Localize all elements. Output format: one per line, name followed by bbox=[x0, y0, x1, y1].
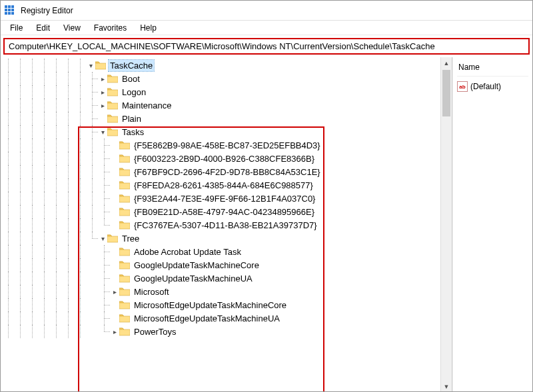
menubar: File Edit View Favorites Help bbox=[1, 21, 532, 35]
tree-node-label[interactable]: {F67BF9CD-2696-4F2D-9D78-BB8C84A53C1E} bbox=[133, 166, 322, 178]
values-pane[interactable]: Name ab (Default) bbox=[452, 57, 532, 392]
tree-node-label[interactable]: Tasks bbox=[121, 126, 145, 138]
tree-node-label[interactable]: PowerToys bbox=[133, 326, 178, 337]
tree-node-label[interactable]: GoogleUpdateTaskMachineCore bbox=[133, 260, 261, 271]
tree-node[interactable]: GoogleUpdateTaskMachineUA bbox=[2, 272, 452, 285]
tree-node[interactable]: Adobe Acrobat Update Task bbox=[2, 245, 452, 258]
menu-edit[interactable]: Edit bbox=[29, 22, 57, 34]
tree-node-label[interactable]: Microsoft bbox=[133, 286, 171, 297]
svg-rect-0 bbox=[5, 5, 7, 8]
tree-node-label[interactable]: Boot bbox=[121, 73, 141, 85]
svg-rect-8 bbox=[11, 12, 14, 15]
tree-node[interactable]: ▸Microsoft bbox=[2, 285, 452, 298]
tree-node[interactable]: {F5E862B9-98AE-458E-BC87-3ED25EFBB4D3} bbox=[2, 138, 452, 152]
tree-node[interactable]: {F6003223-2B9D-4000-B926-C388CFE8366B} bbox=[2, 152, 452, 165]
tree-node-label[interactable]: {FC3767EA-5307-4D11-BA38-EB21A39737D7} bbox=[133, 220, 318, 231]
value-row-default[interactable]: ab (Default) bbox=[457, 81, 528, 93]
svg-rect-6 bbox=[5, 12, 7, 15]
tree-node[interactable]: GoogleUpdateTaskMachineCore bbox=[2, 258, 452, 272]
scroll-down-icon[interactable]: ▼ bbox=[441, 381, 452, 392]
expander-none bbox=[110, 298, 119, 311]
tree-node[interactable]: {F93E2A44-7E3E-49FE-9F66-12B1F4A037C0} bbox=[2, 192, 452, 205]
expander-open-icon[interactable]: ▾ bbox=[98, 232, 107, 245]
tree-node-label[interactable]: {F93E2A44-7E3E-49FE-9F66-12B1F4A037C0} bbox=[133, 193, 316, 204]
app-icon bbox=[5, 5, 15, 16]
tree-node[interactable]: MicrosoftEdgeUpdateTaskMachineUA bbox=[2, 311, 452, 325]
tree-node-label[interactable]: {F5E862B9-98AE-458E-BC87-3ED25EFBB4D3} bbox=[133, 140, 322, 151]
svg-rect-2 bbox=[11, 5, 14, 8]
expander-none bbox=[110, 165, 119, 178]
expander-closed-icon[interactable]: ▸ bbox=[110, 285, 119, 298]
addressbar-container: Computer\HKEY_LOCAL_MACHINE\SOFTWARE\Mic… bbox=[1, 35, 532, 57]
svg-rect-4 bbox=[8, 9, 11, 11]
expander-none bbox=[110, 272, 119, 285]
expander-none bbox=[98, 112, 107, 125]
tree-node-label[interactable]: {F8FEDA28-6261-4385-844A-684E6C988577} bbox=[133, 180, 314, 191]
svg-rect-3 bbox=[5, 9, 7, 11]
tree-node[interactable]: ▸PowerToys bbox=[2, 325, 452, 338]
tree-node-label[interactable]: MicrosoftEdgeUpdateTaskMachineCore bbox=[133, 299, 288, 311]
expander-none bbox=[110, 311, 119, 325]
tree-pane[interactable]: ▾TaskCache▸Boot▸Logon▸MaintenancePlain▾T… bbox=[1, 57, 452, 392]
tree-node[interactable]: {FC3767EA-5307-4D11-BA38-EB21A39737D7} bbox=[2, 218, 452, 232]
tree-node-label[interactable]: Plain bbox=[121, 113, 143, 124]
expander-closed-icon[interactable]: ▸ bbox=[110, 325, 119, 338]
tree-node-label[interactable]: GoogleUpdateTaskMachineUA bbox=[133, 273, 254, 284]
expander-none bbox=[110, 245, 119, 258]
expander-closed-icon[interactable]: ▸ bbox=[98, 98, 107, 112]
tree-node-label[interactable]: Maintenance bbox=[121, 100, 173, 111]
svg-rect-7 bbox=[8, 12, 11, 15]
tree-node[interactable]: {FB09E21D-A58E-4797-94AC-04234895966E} bbox=[2, 205, 452, 218]
expander-closed-icon[interactable]: ▸ bbox=[98, 72, 107, 85]
menu-file[interactable]: File bbox=[3, 22, 29, 34]
menu-favorites[interactable]: Favorites bbox=[87, 22, 133, 34]
expander-closed-icon[interactable]: ▸ bbox=[98, 85, 107, 98]
titlebar: Registry Editor bbox=[1, 1, 532, 21]
address-input[interactable]: Computer\HKEY_LOCAL_MACHINE\SOFTWARE\Mic… bbox=[3, 38, 530, 55]
expander-none bbox=[110, 138, 119, 152]
tree-node[interactable]: ▾Tree bbox=[2, 232, 452, 245]
tree-node[interactable]: {F67BF9CD-2696-4F2D-9D78-BB8C84A53C1E} bbox=[2, 165, 452, 178]
string-value-icon: ab bbox=[457, 81, 468, 92]
menu-help[interactable]: Help bbox=[133, 22, 163, 34]
tree-node-label[interactable]: Logon bbox=[121, 87, 147, 98]
column-header-name[interactable]: Name bbox=[457, 60, 528, 77]
expander-none bbox=[110, 218, 119, 232]
expander-open-icon[interactable]: ▾ bbox=[86, 59, 95, 72]
expander-none bbox=[110, 192, 119, 205]
tree-scrollbar[interactable]: ▲ ▼ bbox=[440, 57, 452, 392]
tree-node-label[interactable]: Tree bbox=[121, 233, 141, 244]
tree-node[interactable]: ▸Maintenance bbox=[2, 98, 452, 112]
tree-node[interactable]: ▾TaskCache bbox=[2, 59, 452, 72]
tree-node[interactable]: Plain bbox=[2, 112, 452, 125]
menu-view[interactable]: View bbox=[57, 22, 87, 34]
tree-node[interactable]: ▾Tasks bbox=[2, 125, 452, 138]
expander-none bbox=[110, 205, 119, 218]
tree-node-label[interactable]: {F6003223-2B9D-4000-B926-C388CFE8366B} bbox=[133, 153, 316, 164]
tree-node[interactable]: {F8FEDA28-6261-4385-844A-684E6C988577} bbox=[2, 178, 452, 192]
tree-node-label[interactable]: {FB09E21D-A58E-4797-94AC-04234895966E} bbox=[133, 206, 316, 218]
svg-rect-5 bbox=[11, 9, 14, 11]
tree-node[interactable]: ▸Boot bbox=[2, 72, 452, 85]
tree-node-label[interactable]: TaskCache bbox=[109, 60, 154, 71]
scroll-thumb[interactable] bbox=[442, 70, 450, 116]
expander-none bbox=[110, 152, 119, 165]
scroll-up-icon[interactable]: ▲ bbox=[441, 57, 452, 69]
tree-node-label[interactable]: MicrosoftEdgeUpdateTaskMachineUA bbox=[133, 313, 281, 324]
expander-none bbox=[110, 258, 119, 272]
tree-node-label[interactable]: Adobe Acrobat Update Task bbox=[133, 246, 243, 258]
expander-open-icon[interactable]: ▾ bbox=[98, 125, 107, 138]
expander-none bbox=[110, 178, 119, 192]
tree-node[interactable]: MicrosoftEdgeUpdateTaskMachineCore bbox=[2, 298, 452, 311]
tree-node[interactable]: ▸Logon bbox=[2, 85, 452, 98]
window-title: Registry Editor bbox=[21, 6, 73, 15]
svg-rect-1 bbox=[8, 5, 11, 8]
value-name: (Default) bbox=[470, 82, 501, 91]
